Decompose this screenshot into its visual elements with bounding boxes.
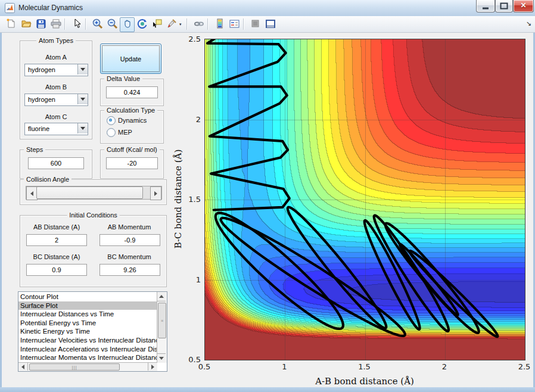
restore-icon [500, 3, 508, 10]
pointer-button[interactable] [69, 17, 84, 32]
save-figure-button[interactable] [33, 17, 48, 32]
list-item[interactable]: Potential Energy vs Time [18, 319, 157, 328]
toolbar-separator [64, 18, 65, 30]
brush-icon [167, 18, 177, 31]
close-icon: ✕ [520, 1, 526, 10]
matlab-figure-icon [5, 3, 15, 13]
zoom-in-button[interactable] [90, 17, 105, 32]
y-tick-label: 1 [196, 275, 201, 284]
atom-b-dropdown[interactable]: hydrogen [24, 94, 88, 106]
initial-conditions-group: Initial Conditions AB Distance (A) AB Mo… [20, 215, 167, 287]
insert-legend-button[interactable] [227, 17, 242, 32]
slider-thumb[interactable] [36, 186, 143, 199]
cutoff-field[interactable]: -20 [106, 157, 158, 169]
data-cursor-button[interactable] [150, 17, 164, 32]
scroll-left-button[interactable] [18, 363, 28, 371]
scroll-down-button[interactable] [157, 353, 166, 363]
new-document-button[interactable] [4, 17, 18, 32]
collision-angle-slider[interactable] [26, 186, 162, 200]
x-tick-label: 1 [282, 362, 287, 371]
arrow-up-icon [159, 295, 164, 298]
list-item[interactable]: Kinetic Energy vs Time [18, 327, 157, 336]
show-plot-tools-button[interactable] [263, 17, 278, 32]
focus-rect [102, 45, 160, 72]
list-item[interactable]: Internuclear Accelerations vs Internucle… [18, 345, 157, 354]
contour-canvas[interactable] [205, 39, 525, 360]
thumb-grip: ≡ [161, 319, 163, 323]
mep-radio-label[interactable]: MEP [118, 129, 132, 136]
link-plot-button[interactable] [191, 17, 206, 32]
atom-a-dropdown-button[interactable] [77, 64, 88, 74]
y-axis-label: B-C bond distance (Å) [173, 150, 183, 249]
atom-c-dropdown[interactable]: fluorine [24, 123, 88, 135]
print-figure-button[interactable] [48, 17, 63, 32]
delta-value-group: Delta Value 0.424 [100, 79, 164, 106]
list-item[interactable]: Contour Plot [18, 293, 157, 301]
pointer-icon [73, 18, 81, 32]
vscroll-thumb[interactable]: ≡ [158, 303, 166, 338]
close-button[interactable]: ✕ [513, 0, 534, 13]
zoom-out-icon [107, 18, 118, 32]
delta-value-title: Delta Value [104, 75, 142, 82]
brush-dropdown-caret[interactable]: ▾ [179, 22, 182, 27]
atom-c-label: Atom C [45, 113, 67, 120]
save-figure-icon [36, 19, 46, 31]
atom-b-value: hydrogen [28, 96, 55, 103]
rotate-3d-button[interactable] [135, 17, 150, 32]
atom-c-dropdown-button[interactable] [77, 123, 88, 133]
atom-b-dropdown-button[interactable] [77, 94, 88, 104]
initial-conditions-title: Initial Conditions [67, 211, 120, 219]
slider-right-arrow[interactable] [150, 186, 161, 200]
bc-distance-field[interactable]: 0.9 [26, 264, 87, 276]
restore-button[interactable] [495, 0, 513, 13]
calculation-type-group: Calculation Type Dynamics MEP [100, 110, 164, 144]
open-file-button[interactable] [18, 17, 33, 32]
dock-arrow-icon[interactable]: ↘ [526, 20, 531, 27]
listbox-horizontal-scrollbar[interactable]: ||| [18, 362, 157, 371]
toolbar-separator [243, 18, 244, 30]
hscroll-thumb[interactable]: ||| [29, 363, 120, 371]
rotate-3d-icon [137, 18, 148, 31]
insert-colorbar-button[interactable] [212, 17, 227, 32]
new-document-icon [6, 18, 16, 31]
dynamics-radio[interactable] [107, 116, 116, 125]
minimize-button[interactable] [476, 0, 495, 13]
bc-momentum-field[interactable]: 9.26 [99, 264, 160, 276]
mep-radio[interactable] [107, 128, 116, 137]
atom-a-dropdown[interactable]: hydrogen [24, 64, 88, 76]
insert-legend-icon [229, 19, 239, 31]
dynamics-radio-label[interactable]: Dynamics [118, 117, 147, 124]
list-item[interactable]: Internuclear Momenta vs Internuclear Dis… [18, 353, 157, 362]
chevron-down-icon [80, 127, 85, 130]
zoom-out-button[interactable] [105, 17, 120, 32]
potential-energy-surface-plot[interactable] [204, 39, 525, 360]
data-cursor-icon [152, 18, 162, 31]
y-tick-label: 1.5 [188, 195, 201, 204]
list-item[interactable]: Internuclear Velocities vs Internuclear … [18, 336, 157, 345]
scroll-right-button[interactable] [148, 363, 157, 371]
link-plot-icon [194, 19, 204, 31]
ab-distance-field[interactable]: 2 [26, 234, 87, 246]
ab-momentum-field[interactable]: -0.9 [99, 234, 160, 246]
scroll-up-button[interactable] [157, 292, 166, 301]
atom-c-value: fluorine [28, 125, 49, 132]
calculation-type-title: Calculation Type [104, 107, 157, 114]
atom-b-label: Atom B [45, 83, 67, 91]
listbox-vertical-scrollbar[interactable]: ≡ [157, 292, 167, 363]
update-button[interactable]: Update [100, 43, 161, 74]
delta-value-field[interactable]: 0.424 [106, 86, 158, 98]
x-axis-label: A-B bond distance (Å) [315, 376, 414, 387]
pan-button[interactable] [120, 17, 135, 32]
collision-angle-title: Collision Angle [24, 176, 71, 183]
list-item[interactable]: Surface Plot [18, 301, 157, 310]
toolbar-separator [85, 18, 86, 30]
arrow-right-icon [154, 191, 157, 196]
plot-type-listbox[interactable]: Contour PlotSurface PlotInternuclear Dis… [18, 291, 167, 372]
arrow-left-icon [30, 191, 33, 196]
brush-button[interactable] [164, 17, 179, 32]
hide-plot-tools-button[interactable] [248, 17, 263, 32]
list-item[interactable]: Internuclear Distances vs Time [18, 310, 157, 319]
title-bar[interactable]: Molecular Dynamics ✕ [0, 0, 535, 16]
steps-field[interactable]: 600 [28, 157, 84, 169]
ab-momentum-label: AB Momentum [108, 223, 151, 231]
